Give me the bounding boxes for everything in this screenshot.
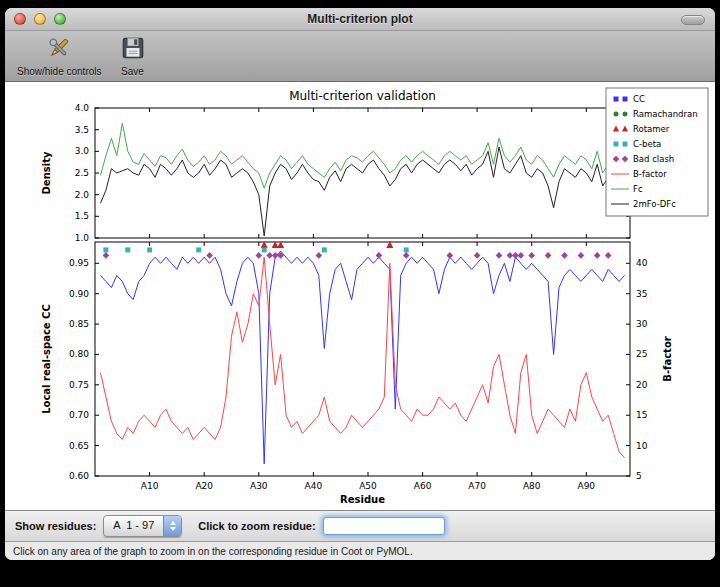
svg-text:A10: A10 <box>141 481 159 491</box>
svg-text:Fc: Fc <box>633 184 643 194</box>
svg-text:4.0: 4.0 <box>75 103 90 113</box>
status-text: Click on any area of the graph to zoom i… <box>13 546 413 557</box>
svg-text:A30: A30 <box>250 481 268 491</box>
show-hide-controls-label: Show/hide controls <box>17 66 102 77</box>
svg-text:Density: Density <box>41 151 52 194</box>
svg-text:A80: A80 <box>523 481 541 491</box>
show-residues-label: Show residues: <box>15 520 96 532</box>
svg-text:A70: A70 <box>468 481 486 491</box>
status-bar: Click on any area of the graph to zoom i… <box>5 541 715 560</box>
multi-criterion-plot-window: Multi-criterion plot Show/hide contr <box>5 8 715 560</box>
svg-text:A90: A90 <box>577 481 595 491</box>
svg-text:A50: A50 <box>359 481 377 491</box>
chart-svg: Multi-criterion validation4.03.53.02.52.… <box>10 86 710 506</box>
svg-text:B-factor: B-factor <box>633 169 667 179</box>
svg-text:25: 25 <box>636 349 647 359</box>
svg-text:3.5: 3.5 <box>75 125 89 135</box>
svg-text:A40: A40 <box>305 481 323 491</box>
residue-range-value: A 1 - 97 <box>104 516 163 536</box>
svg-text:0.85: 0.85 <box>69 319 89 329</box>
svg-text:Rotamer: Rotamer <box>633 124 670 134</box>
tools-icon <box>46 35 72 65</box>
svg-text:3.0: 3.0 <box>75 146 90 156</box>
svg-text:CC: CC <box>633 94 645 104</box>
svg-text:30: 30 <box>636 319 648 329</box>
svg-text:Multi-criterion validation: Multi-criterion validation <box>289 89 436 103</box>
svg-text:C-beta: C-beta <box>633 139 661 149</box>
plot-area: Multi-criterion validation4.03.53.02.52.… <box>5 82 715 510</box>
svg-text:0.75: 0.75 <box>69 380 89 390</box>
svg-text:2.0: 2.0 <box>75 190 90 200</box>
svg-text:0.70: 0.70 <box>69 410 89 420</box>
svg-text:0.60: 0.60 <box>69 471 89 481</box>
svg-text:Local real-space CC: Local real-space CC <box>41 304 52 414</box>
svg-text:Ramachandran: Ramachandran <box>633 109 698 119</box>
svg-text:15: 15 <box>636 410 647 420</box>
svg-text:0.80: 0.80 <box>69 349 89 359</box>
svg-text:40: 40 <box>636 258 648 268</box>
svg-text:5: 5 <box>636 471 642 481</box>
show-hide-controls-button[interactable]: Show/hide controls <box>17 35 102 77</box>
svg-text:35: 35 <box>636 289 647 299</box>
svg-text:1.0: 1.0 <box>75 233 90 243</box>
zoom-residue-label: Click to zoom residue: <box>198 520 315 532</box>
svg-text:1.5: 1.5 <box>75 211 89 221</box>
svg-text:0.90: 0.90 <box>69 289 89 299</box>
toolbar-toggle-button[interactable] <box>681 15 705 25</box>
svg-text:2.5: 2.5 <box>75 168 89 178</box>
svg-text:2mFo-DFc: 2mFo-DFc <box>633 199 676 209</box>
svg-text:B-factor: B-factor <box>662 336 673 381</box>
svg-text:Residue: Residue <box>340 494 385 505</box>
svg-text:20: 20 <box>636 380 648 390</box>
save-button[interactable]: Save <box>120 35 146 77</box>
toolbar: Show/hide controls Save <box>5 31 715 82</box>
save-label: Save <box>121 66 144 77</box>
svg-text:0.95: 0.95 <box>69 258 89 268</box>
residue-range-select[interactable]: A 1 - 97 <box>103 515 182 537</box>
zoom-residue-input[interactable] <box>323 517 445 535</box>
window-title: Multi-criterion plot <box>5 12 715 26</box>
svg-text:A60: A60 <box>414 481 432 491</box>
plot-figure[interactable]: Multi-criterion validation4.03.53.02.52.… <box>10 86 710 510</box>
svg-text:A20: A20 <box>195 481 213 491</box>
title-bar: Multi-criterion plot <box>5 8 715 31</box>
svg-text:10: 10 <box>636 441 648 451</box>
popup-stepper-icon <box>163 516 181 536</box>
svg-text:0.65: 0.65 <box>69 441 89 451</box>
save-icon <box>120 35 146 65</box>
controls-bar: Show residues: A 1 - 97 Click to zoom re… <box>5 510 715 541</box>
svg-text:Bad clash: Bad clash <box>633 154 674 164</box>
